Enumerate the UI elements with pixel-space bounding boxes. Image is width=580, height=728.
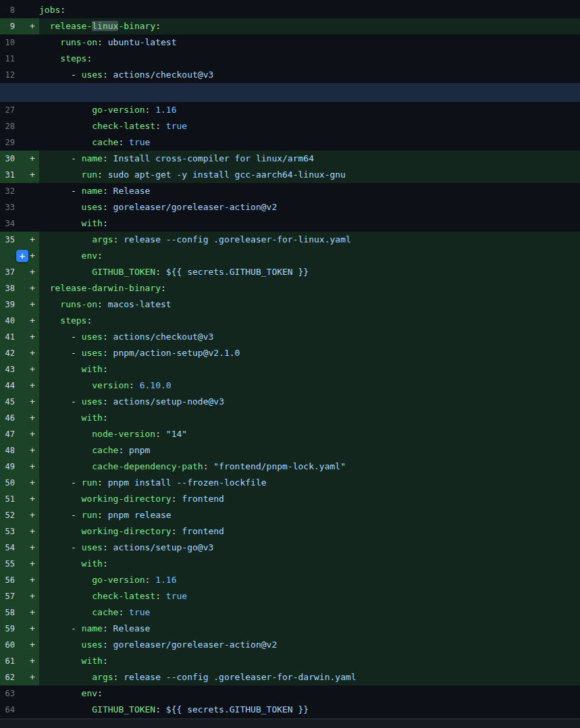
line-number[interactable]: 50 xyxy=(0,475,20,491)
line-number[interactable]: 29 xyxy=(0,134,20,151)
line-number[interactable]: 43 xyxy=(0,361,20,378)
code-token: release --config .goreleaser-for-darwin.… xyxy=(124,672,356,682)
diff-line: 55+ with: xyxy=(0,556,580,572)
code-token: Release xyxy=(113,186,151,196)
line-number[interactable]: 56 xyxy=(0,572,20,588)
code-token: true xyxy=(166,591,187,601)
code-token: jobs xyxy=(39,5,60,15)
code-token: : xyxy=(97,170,108,180)
code-token: true xyxy=(166,121,187,131)
diff-marker: + xyxy=(20,604,39,621)
code-line: jobs: xyxy=(39,2,580,18)
line-number[interactable]: 54 xyxy=(0,540,20,556)
line-number[interactable]: 59 xyxy=(0,621,20,637)
line-number[interactable]: 53 xyxy=(0,523,20,540)
line-number[interactable]: 46 xyxy=(0,410,20,426)
diff-line: 59+ - name: Release xyxy=(0,621,580,637)
code-line: - uses: actions/setup-node@v3 xyxy=(39,394,580,410)
code-token: : xyxy=(103,396,113,407)
line-number[interactable]: 41 xyxy=(0,329,20,345)
line-number[interactable]: 62 xyxy=(0,669,20,685)
code-token: : xyxy=(97,299,108,309)
diff-line: 8jobs: xyxy=(0,2,580,18)
line-number[interactable]: 64 xyxy=(0,702,20,718)
code-token: ${{ secrets.GITHUB_TOKEN }} xyxy=(166,704,309,714)
diff-line: ++ env: xyxy=(0,248,580,264)
code-line: cache-dependency-path: "frontend/pnpm-lo… xyxy=(39,459,580,475)
code-line: steps: xyxy=(39,51,580,67)
line-number[interactable]: 32 xyxy=(0,183,20,199)
code-token: : xyxy=(103,542,113,552)
line-number[interactable]: 33 xyxy=(0,199,20,215)
line-number[interactable]: 40 xyxy=(0,313,20,329)
hunk-expander[interactable] xyxy=(0,83,580,102)
line-number[interactable]: 12 xyxy=(0,67,20,83)
line-number[interactable]: 35 xyxy=(0,232,20,248)
diff-marker: + xyxy=(20,361,39,378)
line-number[interactable]: 34 xyxy=(0,215,20,232)
code-token: pnpm install --frozen-lockfile xyxy=(108,477,267,488)
line-number[interactable]: 49 xyxy=(0,459,20,475)
diff-marker: + xyxy=(20,523,39,540)
line-number[interactable]: 9 xyxy=(0,18,20,34)
code-token: ubuntu-latest xyxy=(108,37,177,47)
diff-line: 57+ check-latest: true xyxy=(0,588,580,604)
line-number[interactable]: + xyxy=(0,248,20,264)
line-number[interactable]: 47 xyxy=(0,426,20,442)
diff-line: 54+ - uses: actions/setup-go@v3 xyxy=(0,540,580,556)
diff-marker: + xyxy=(20,167,39,183)
line-number[interactable]: 51 xyxy=(0,491,20,507)
add-comment-button[interactable]: + xyxy=(16,250,28,262)
line-number[interactable]: 58 xyxy=(0,604,20,621)
code-token: 1.16 xyxy=(155,105,176,115)
diff-marker: + xyxy=(20,232,39,248)
diff-marker: + xyxy=(20,588,39,604)
code-token: - xyxy=(39,348,82,358)
line-number[interactable]: 55 xyxy=(0,556,20,572)
line-number[interactable]: 38 xyxy=(0,280,20,296)
diff-line: 11 steps: xyxy=(0,51,580,67)
code-token: : xyxy=(172,526,182,536)
line-number[interactable]: 31 xyxy=(0,167,20,183)
line-number[interactable]: 28 xyxy=(0,118,20,134)
line-number[interactable]: 52 xyxy=(0,507,20,523)
line-number[interactable]: 8 xyxy=(0,2,20,18)
diff-line: 28 check-latest: true xyxy=(0,118,580,134)
line-number[interactable]: 42 xyxy=(0,345,20,361)
line-number[interactable]: 57 xyxy=(0,588,20,604)
line-number[interactable]: 45 xyxy=(0,394,20,410)
code-token: : xyxy=(103,656,108,666)
code-token: - xyxy=(39,70,82,80)
code-token: cache-dependency-path xyxy=(39,461,203,471)
code-token: Install cross-compiler for linux/arm64 xyxy=(113,153,314,163)
code-token: : xyxy=(129,380,140,390)
line-number[interactable]: 11 xyxy=(0,51,20,67)
line-number[interactable]: 10 xyxy=(0,34,20,51)
line-number[interactable]: 60 xyxy=(0,637,20,653)
code-token: linux xyxy=(92,21,118,31)
code-token: - xyxy=(39,396,82,407)
line-number[interactable]: 61 xyxy=(0,653,20,669)
code-line: - run: pnpm release xyxy=(39,507,580,523)
code-token: env xyxy=(39,251,97,261)
code-token: env xyxy=(39,688,97,698)
code-token: steps xyxy=(39,315,86,326)
code-line: - uses: actions/checkout@v3 xyxy=(39,329,580,345)
line-number[interactable]: 44 xyxy=(0,378,20,394)
code-token: 6.10.0 xyxy=(140,380,172,390)
code-token: - xyxy=(39,186,82,196)
code-token: version xyxy=(39,380,129,390)
diff-marker: + xyxy=(20,459,39,475)
code-line: - name: Release xyxy=(39,621,580,637)
line-number[interactable]: 27 xyxy=(0,102,20,118)
line-number[interactable]: 37 xyxy=(0,264,20,280)
diff-marker: + xyxy=(20,621,39,637)
line-number[interactable]: 39 xyxy=(0,296,20,313)
line-number[interactable]: 48 xyxy=(0,442,20,459)
diff-line: 40+ steps: xyxy=(0,313,580,329)
line-number[interactable]: 30 xyxy=(0,151,20,167)
line-number[interactable]: 63 xyxy=(0,685,20,702)
code-token: "14" xyxy=(166,429,187,439)
code-token: : xyxy=(118,607,129,617)
diff-line: 58+ cache: true xyxy=(0,604,580,621)
